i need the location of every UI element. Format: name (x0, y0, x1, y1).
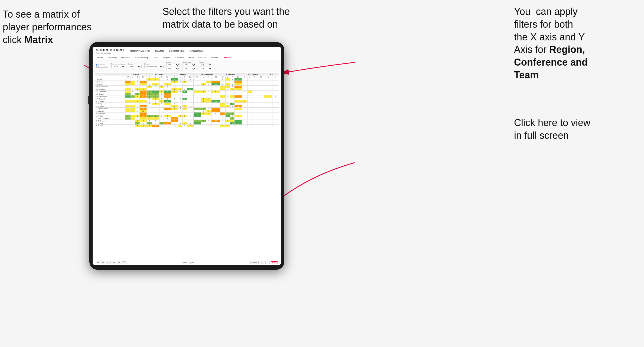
sh-7-w: W (264, 76, 272, 78)
conference-select2[interactable]: (All) (183, 67, 196, 70)
matrix-cell: 0 (220, 78, 226, 81)
matrix-cell: 1 (125, 88, 131, 91)
sub-tab-matrix2[interactable]: Matrix (223, 56, 232, 59)
matrix-cell (212, 88, 220, 91)
matrix-cell: 1 (230, 88, 234, 91)
compact-view-radio[interactable] (96, 66, 97, 68)
expand-button[interactable]: ⬜ (260, 261, 264, 264)
more-button[interactable]: ⋯ (265, 261, 270, 264)
region-select2[interactable]: N/A (166, 67, 180, 70)
table-row: 7. G Sargent202-16220-15 (95, 93, 279, 95)
matrix-cell (171, 100, 178, 103)
full-view-radio[interactable] (96, 64, 97, 66)
matrix-cell: -24 (235, 81, 242, 83)
annotation-right-bottom: Click here to view in full screen (514, 117, 628, 142)
matrix-cell (248, 125, 252, 127)
matrix-cell (220, 100, 226, 103)
matrix-cell (159, 81, 164, 83)
matrix-cell (272, 125, 279, 127)
matrix-cell (206, 95, 212, 98)
sub-tab-h2h-grid[interactable]: H2H Grid (120, 56, 131, 59)
matrix-cell: 0 (135, 117, 139, 120)
matrix-cell (257, 78, 264, 81)
annotation-left-text: To see a matrix of player performances c… (3, 9, 92, 45)
matrix-cell (187, 113, 193, 115)
sub-tab-matrix[interactable]: Matrix (152, 56, 160, 59)
matrix-cell (125, 120, 131, 122)
scoreboard-logo: SCOREBOARD Powered by clippd (96, 48, 124, 54)
matrix-cell (242, 103, 248, 105)
annotation-left: To see a matrix of player performances c… (3, 8, 111, 46)
nav-rankings[interactable]: RANKINGS (188, 49, 205, 53)
conference-select1[interactable]: (All) (183, 63, 196, 66)
max-players-filter: Max players in view Top 25 (111, 63, 125, 68)
matrix-cell: 1 (235, 108, 242, 110)
sub-tab-h2h-grid2[interactable]: H2H Grid (197, 56, 208, 59)
matrix-cell: 0 (242, 91, 248, 93)
matrix-cell (257, 120, 264, 122)
matrix-cell (183, 100, 187, 103)
nav-committee[interactable]: COMMITTEE (168, 49, 186, 53)
matrix-cell (147, 81, 152, 83)
sh-5-l: L (226, 76, 230, 78)
matrix-cell: 0 (159, 117, 164, 120)
fullscreen-button[interactable]: ⛶ (122, 261, 126, 264)
matrix-cell: 10 (164, 100, 171, 103)
matrix-cell: 2 (152, 115, 159, 117)
region-select1[interactable]: N/A (166, 63, 180, 66)
sub-tab-summary2[interactable]: Summary (173, 56, 185, 59)
matrix-cell: 1 (220, 86, 226, 88)
matrix-cell: 2 (193, 108, 201, 110)
sub-tab-detail[interactable]: Detail (187, 56, 195, 59)
matrix-cell (230, 125, 234, 127)
matrix-cell (264, 110, 272, 113)
matrix-cell (272, 81, 279, 83)
matrix-cell (230, 81, 234, 83)
division-filter: Division NCAA Division I (144, 63, 164, 68)
sub-tab-teams[interactable]: Teams (96, 56, 105, 59)
matrix-cell: 1 (248, 91, 252, 93)
undo-button[interactable]: ↩ (96, 261, 100, 264)
matrix-cell: 0 (171, 125, 178, 127)
gender-select[interactable]: Men's (128, 65, 142, 68)
matrix-cell (264, 88, 272, 91)
nav-tournaments[interactable]: TOURNAMENTS (128, 49, 151, 53)
zoom-button[interactable]: 🔍 (106, 261, 111, 264)
settings-button[interactable]: ⚙ (117, 261, 121, 264)
col-header-5: 5. M La Sasso (220, 73, 242, 76)
matrix-cell: -16 (164, 95, 171, 98)
matrix-cell: -11 (152, 125, 159, 127)
grid-button[interactable]: ⊞ (112, 261, 116, 264)
nav-teams[interactable]: TEAMS (154, 49, 165, 53)
table-row: 17. S De La Fuente21021100-82 (95, 117, 279, 120)
sh-7-l: L (272, 76, 279, 78)
players-select1[interactable]: (All) (199, 63, 212, 66)
matrix-cell (171, 95, 178, 98)
matrix-cell (183, 113, 187, 115)
sub-tab-players[interactable]: Players (162, 56, 171, 59)
matrix-cell (201, 122, 206, 125)
matrix-cell (193, 117, 201, 120)
redo-button[interactable]: ↪ (101, 261, 105, 264)
matrix-cell (131, 98, 135, 100)
matrix-cell: 1 (226, 86, 230, 88)
matrix-cell (272, 113, 279, 115)
matrix-cell: 1 (125, 108, 131, 110)
matrix-cell: 0 (139, 122, 147, 125)
matrix-cell: 1 (230, 120, 234, 122)
sub-tab-summary[interactable]: Summary (107, 56, 118, 59)
sub-tab-h2h-heatmap[interactable]: H2H Heatmap (134, 56, 149, 59)
matrix-cell (235, 125, 242, 127)
sh-1-t: T (135, 76, 139, 78)
matrix-cell: 1 (178, 125, 182, 127)
matrix-cell: 1 (139, 100, 147, 103)
share-button[interactable]: Share (271, 261, 278, 264)
max-players-select[interactable]: Top 25 (111, 65, 125, 68)
watch-button[interactable]: Watch ▾ (250, 261, 259, 264)
matrix-cell (248, 113, 252, 115)
sub-tab-h2h-h[interactable]: H2H H... (210, 56, 221, 59)
division-select[interactable]: NCAA Division I (144, 65, 164, 68)
player-name-cell: 1. W Ding (95, 78, 125, 81)
players-select2[interactable]: (All) (199, 67, 212, 70)
matrix-cell: 3 (235, 83, 242, 86)
